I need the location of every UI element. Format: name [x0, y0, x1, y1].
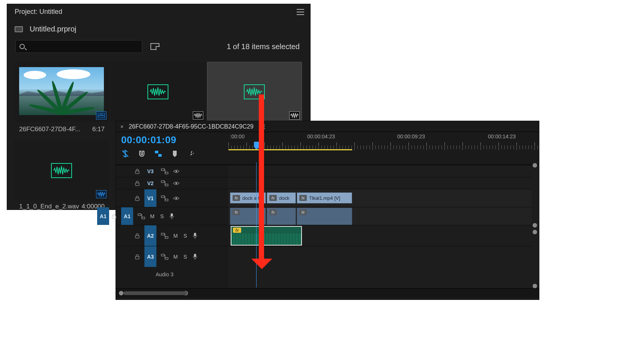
bin-item-audio-selected[interactable] — [207, 62, 302, 122]
marker-icon[interactable] — [171, 150, 179, 158]
dropped-audio-clip[interactable]: fx — [231, 226, 302, 246]
track-name-a3: Audio 3 — [135, 271, 228, 277]
svg-rect-25 — [135, 256, 139, 259]
zoom-handle-left[interactable] — [119, 291, 123, 295]
settings-wrench-icon[interactable] — [187, 150, 195, 158]
bin-item-audio[interactable] — [14, 141, 109, 201]
source-patch-a1[interactable]: A1 — [97, 207, 109, 225]
voiceover-mic-icon[interactable] — [192, 232, 198, 239]
waveform-display — [231, 234, 301, 245]
sequence-tab-name[interactable]: 26FC6607-27D8-4F65-95CC-1BDCB24C9C29 — [129, 123, 254, 130]
track-header-v2[interactable]: V2 — [116, 177, 228, 189]
svg-rect-6 — [161, 169, 164, 171]
fx-badge-icon: fx — [269, 209, 277, 215]
eye-icon[interactable] — [173, 181, 180, 186]
zoom-handle[interactable] — [533, 284, 537, 288]
fx-badge-icon: fx — [233, 195, 240, 201]
zoom-thumb[interactable] — [123, 291, 187, 295]
project-panel-header: Project: Untitled — [7, 4, 310, 18]
eye-icon[interactable] — [173, 169, 180, 174]
eye-icon[interactable] — [173, 196, 180, 201]
sync-lock-icon[interactable] — [161, 233, 168, 239]
timeline-controls-left: 00:00:01:09 — [116, 132, 228, 158]
mute-toggle[interactable]: M — [173, 254, 178, 260]
horizontal-zoom-scroll[interactable] — [116, 289, 539, 298]
solo-toggle[interactable]: S — [183, 254, 188, 260]
time-ruler[interactable]: :00:00 00:00:04:23 00:00:09:23 00:00:14:… — [228, 132, 539, 134]
bin-item-sequence[interactable] — [14, 62, 109, 122]
panel-menu-icon[interactable] — [297, 9, 304, 15]
project-file-name: Untitled.prproj — [30, 25, 77, 33]
lock-icon[interactable] — [135, 181, 140, 186]
search-icon — [20, 44, 25, 49]
sync-lock-icon[interactable] — [161, 168, 168, 174]
track-header-a2[interactable]: A2 M S — [116, 225, 228, 246]
bin-item-name: 1_1_0_End_e_2.wav — [19, 203, 79, 210]
audio-clip[interactable]: fx — [297, 208, 352, 225]
svg-rect-13 — [135, 198, 139, 201]
svg-rect-14 — [161, 196, 164, 198]
track-header-a1[interactable]: A1 A1 M S — [116, 207, 228, 225]
lock-icon[interactable] — [111, 214, 117, 219]
mute-toggle[interactable]: M — [173, 233, 178, 239]
bin-item-audio[interactable] — [110, 62, 205, 122]
track-header-v1[interactable]: V1 — [116, 189, 228, 207]
sync-lock-icon[interactable] — [161, 180, 168, 186]
zoom-handle[interactable] — [533, 223, 537, 228]
mute-toggle[interactable]: M — [150, 213, 155, 219]
selection-status: 1 of 18 items selected — [227, 42, 300, 51]
annotation-arrowhead — [251, 259, 272, 280]
sequence-badge-icon — [96, 111, 107, 120]
bin-item-caption: 26FC6607-27D8-4F... 6:17 — [14, 123, 110, 141]
lock-icon[interactable] — [135, 169, 140, 174]
work-area-bar[interactable] — [228, 149, 352, 150]
track-label[interactable]: A2 — [144, 225, 156, 246]
playhead[interactable] — [254, 142, 259, 147]
svg-point-12 — [176, 183, 177, 184]
video-thumbnail — [19, 67, 104, 115]
svg-rect-26 — [161, 254, 164, 256]
waveform-icon — [51, 163, 72, 178]
snap-magnet-icon[interactable] — [138, 150, 146, 158]
project-breadcrumb: Untitled.prproj — [7, 18, 310, 38]
ruler-label: 00:00:04:23 — [307, 133, 335, 139]
search-input[interactable] — [15, 40, 142, 53]
bin-icon[interactable] — [15, 26, 23, 32]
track-label[interactable]: A3 — [144, 246, 156, 267]
track-header-v3[interactable]: V3 — [116, 165, 228, 177]
track-label: V3 — [144, 168, 156, 174]
voiceover-mic-icon[interactable] — [169, 213, 174, 220]
sync-lock-icon[interactable] — [161, 195, 168, 201]
svg-point-16 — [176, 198, 177, 199]
sync-lock-icon[interactable] — [161, 254, 168, 260]
track-label: V2 — [144, 180, 156, 186]
linked-selection-icon[interactable] — [154, 150, 162, 158]
track-label[interactable]: A1 — [121, 207, 133, 225]
insert-mode-icon[interactable] — [121, 150, 129, 158]
track-clip-area[interactable]: fx dock a tl fx dock fx Tlkal1.mp4 [V] f… — [228, 165, 539, 288]
zoom-handle[interactable] — [533, 163, 537, 168]
vertical-zoom-scroll[interactable] — [532, 163, 537, 288]
waveform-icon — [147, 84, 168, 99]
track-label[interactable]: V1 — [144, 189, 156, 207]
ruler-label: 00:00:09:23 — [397, 133, 425, 139]
current-timecode[interactable]: 00:00:01:09 — [121, 134, 228, 146]
lock-icon[interactable] — [135, 254, 140, 259]
zoom-handle[interactable] — [533, 230, 537, 234]
close-tab-icon[interactable]: × — [120, 124, 123, 130]
voiceover-mic-icon[interactable] — [192, 253, 198, 260]
lock-icon[interactable] — [135, 196, 140, 201]
sync-lock-icon[interactable] — [138, 213, 145, 219]
svg-rect-28 — [194, 254, 196, 257]
palm-illustration — [24, 86, 99, 115]
svg-rect-4 — [158, 154, 162, 157]
track-header-a3[interactable]: A3 M S Audio 3 — [116, 246, 228, 267]
video-clip[interactable]: fx Tlkal1.mp4 [V] — [297, 192, 352, 204]
new-bin-icon[interactable] — [150, 43, 159, 50]
audio-clip[interactable]: fx — [267, 208, 296, 225]
solo-toggle[interactable]: S — [159, 213, 165, 219]
svg-rect-24 — [194, 233, 196, 236]
lock-icon[interactable] — [135, 233, 140, 238]
solo-toggle[interactable]: S — [183, 233, 188, 239]
video-clip[interactable]: fx dock — [267, 192, 296, 204]
